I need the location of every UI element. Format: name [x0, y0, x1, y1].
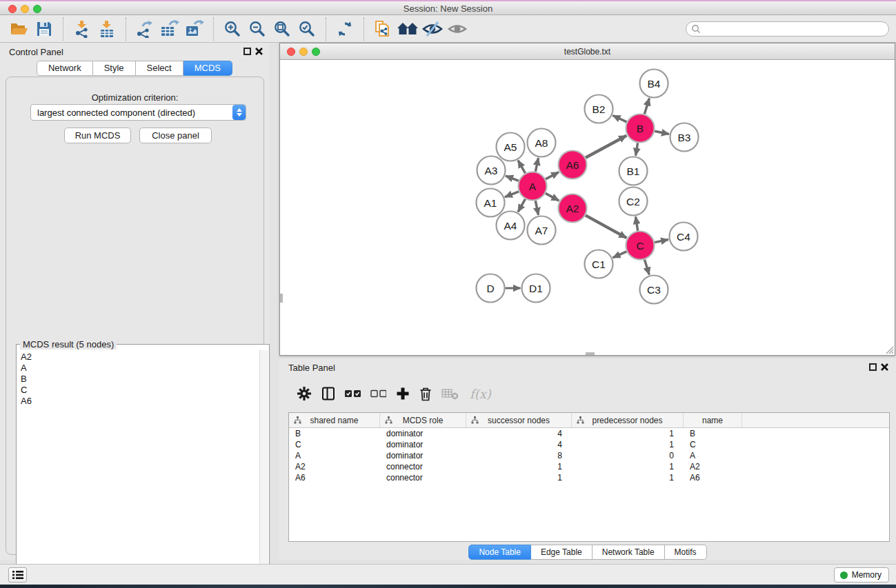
tab-network[interactable]: Network	[37, 61, 93, 76]
table-row[interactable]: Adominator80A	[289, 450, 889, 461]
graph-node-A8[interactable]: A8	[528, 129, 556, 157]
graph-edge-A-A3[interactable]	[506, 176, 519, 181]
run-mcds-button[interactable]: Run MCDS	[64, 128, 131, 143]
graph-edge-A-A1[interactable]	[505, 192, 519, 197]
zoom-fit-icon[interactable]	[270, 18, 295, 40]
graph-node-A[interactable]: A	[519, 172, 547, 201]
graph-edge-A2-C[interactable]	[586, 215, 626, 238]
delete-column-icon[interactable]	[419, 383, 432, 404]
canvas-hscroll-thumb[interactable]	[586, 352, 595, 355]
settings-gear-icon[interactable]	[297, 383, 312, 404]
graph-node-B3[interactable]: B3	[670, 123, 699, 152]
column-header-name[interactable]: name	[684, 413, 742, 427]
result-item[interactable]: A	[21, 363, 259, 374]
column-header-MCDS-role[interactable]: MCDS role	[380, 413, 466, 427]
result-scrollbar[interactable]	[259, 350, 268, 580]
network-window-titlebar[interactable]: testGlobe.txt	[280, 43, 895, 60]
graph-node-A2[interactable]: A2	[559, 194, 587, 223]
close-panel-button[interactable]: Close panel	[139, 128, 212, 143]
graph-node-A5[interactable]: A5	[497, 133, 525, 161]
tab-motifs[interactable]: Motifs	[665, 545, 707, 560]
graph-node-C[interactable]: C	[626, 232, 655, 260]
float-panel-icon[interactable]	[869, 363, 877, 371]
tab-mcds[interactable]: MCDS	[183, 61, 232, 76]
result-item[interactable]: A2	[21, 352, 259, 363]
graph-node-C2[interactable]: C2	[619, 187, 648, 216]
result-item[interactable]: C	[21, 385, 259, 396]
tab-edge-table[interactable]: Edge Table	[531, 545, 593, 560]
clone-network-icon[interactable]	[370, 18, 395, 40]
memory-button[interactable]: Memory	[834, 567, 889, 582]
deselect-all-icon[interactable]	[370, 383, 386, 404]
graph-node-B[interactable]: B	[626, 114, 655, 143]
table-row[interactable]: A6connector11A6	[289, 472, 889, 483]
column-header-shared-name[interactable]: shared name	[289, 413, 380, 427]
resize-grip-icon[interactable]	[884, 345, 894, 354]
graph-edge-B-B3[interactable]	[655, 131, 669, 134]
graph-edge-C-C2[interactable]	[635, 216, 637, 231]
optimization-select[interactable]: largest connected component (directed)	[30, 104, 246, 121]
graph-edge-A-A5[interactable]	[518, 161, 525, 174]
close-panel-icon[interactable]	[255, 47, 263, 56]
toggle-panel-icon[interactable]	[321, 383, 335, 404]
result-item[interactable]: A6	[21, 396, 259, 407]
column-header-predecessor-nodes[interactable]: predecessor nodes	[572, 413, 684, 427]
search-input[interactable]	[701, 23, 888, 35]
graph-node-C3[interactable]: C3	[640, 276, 668, 304]
graph-edge-B-B2[interactable]	[613, 116, 626, 122]
zoom-selected-icon[interactable]	[295, 18, 319, 40]
open-session-icon[interactable]	[7, 18, 32, 40]
tab-node-table[interactable]: Node Table	[468, 545, 531, 560]
graph-node-C4[interactable]: C4	[670, 223, 698, 251]
graph-edge-C-C3[interactable]	[644, 260, 649, 275]
graph-node-B1[interactable]: B1	[619, 157, 648, 185]
graph-node-D1[interactable]: D1	[522, 274, 550, 303]
column-header-successor-nodes[interactable]: successor nodes	[466, 413, 572, 427]
graph-edge-A-A6[interactable]	[546, 172, 559, 179]
graph-edge-A-A7[interactable]	[535, 201, 538, 215]
canvas-vscroll-thumb[interactable]	[280, 294, 283, 303]
tab-style[interactable]: Style	[93, 61, 136, 76]
graph-node-A3[interactable]: A3	[477, 156, 506, 185]
graph-node-B4[interactable]: B4	[640, 70, 668, 98]
graph-edge-C-C4[interactable]	[655, 240, 668, 243]
add-column-icon[interactable]	[396, 383, 410, 404]
graph-edge-A-A2[interactable]	[546, 193, 559, 201]
close-panel-icon[interactable]	[880, 363, 889, 372]
tab-select[interactable]: Select	[136, 61, 183, 76]
table-row[interactable]: Bdominator41B	[289, 428, 889, 439]
graph-edge-A-A8[interactable]	[535, 158, 538, 172]
graph-edge-C-C1[interactable]	[613, 252, 627, 258]
result-item[interactable]: B	[21, 374, 259, 385]
hide-selected-icon[interactable]	[420, 18, 445, 40]
graph-edge-A-A4[interactable]	[518, 199, 525, 212]
refresh-icon[interactable]	[332, 18, 357, 40]
zoom-in-icon[interactable]	[220, 18, 245, 40]
show-all-icon[interactable]	[445, 18, 470, 40]
graph-node-A1[interactable]: A1	[477, 189, 505, 217]
export-image-icon[interactable]	[182, 18, 207, 40]
first-neighbors-icon[interactable]	[395, 18, 420, 40]
graph-node-A7[interactable]: A7	[528, 216, 556, 245]
graph-node-D[interactable]: D	[477, 274, 505, 303]
network-canvas[interactable]: AA6A2BCA1A3A4A5A7A8B1B2B3B4C1C2C3C4DD1	[280, 60, 895, 355]
graph-node-C1[interactable]: C1	[585, 250, 613, 278]
table-row[interactable]: Cdominator41C	[289, 439, 889, 450]
graph-edge-A6-B[interactable]	[586, 136, 626, 158]
task-history-button[interactable]	[8, 567, 27, 582]
graph-node-B2[interactable]: B2	[585, 95, 613, 123]
graph-node-A4[interactable]: A4	[497, 212, 525, 240]
import-table-icon[interactable]	[94, 18, 119, 40]
graph-edge-B-B1[interactable]	[636, 143, 638, 156]
export-network-icon[interactable]	[132, 18, 157, 40]
import-network-icon[interactable]	[70, 18, 94, 40]
save-session-icon[interactable]	[32, 18, 57, 40]
tab-network-table[interactable]: Network Table	[593, 545, 665, 560]
graph-node-A6[interactable]: A6	[559, 151, 587, 179]
graph-edge-B-B4[interactable]	[644, 99, 649, 114]
export-table-icon[interactable]	[157, 18, 182, 40]
zoom-out-icon[interactable]	[245, 18, 270, 40]
float-panel-icon[interactable]	[243, 48, 251, 55]
table-row[interactable]: A2connector11A2	[289, 461, 889, 472]
select-all-icon[interactable]	[345, 383, 361, 404]
